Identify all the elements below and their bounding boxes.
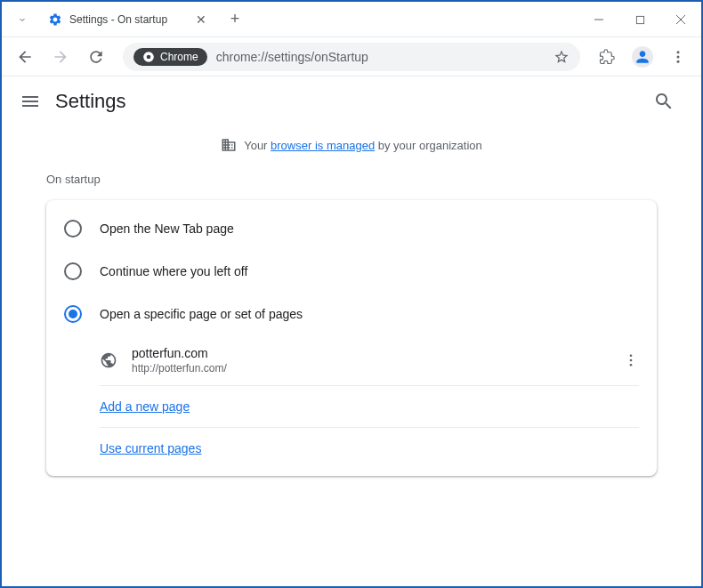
reload-button[interactable] (80, 41, 112, 73)
menu-button[interactable] (664, 43, 692, 71)
managed-prefix: Your (244, 139, 271, 152)
radio-label: Open the New Tab page (100, 222, 234, 236)
use-current-link[interactable]: Use current pages (100, 441, 201, 455)
radio-icon (64, 305, 82, 323)
managed-link[interactable]: browser is managed (271, 139, 375, 152)
address-bar[interactable]: Chrome chrome://settings/onStartup (123, 43, 580, 71)
search-icon (653, 91, 675, 112)
radio-label: Continue where you left off (100, 264, 247, 278)
section-title: On startup (46, 173, 657, 186)
svg-point-11 (630, 364, 633, 366)
chevron-down-icon (17, 14, 28, 25)
radio-label: Open a specific page or set of pages (100, 307, 303, 321)
url-text: chrome://settings/onStartup (216, 50, 554, 64)
globe-icon (100, 351, 117, 369)
on-startup-section: On startup Open the New Tab page Continu… (2, 164, 701, 485)
search-settings-button[interactable] (653, 91, 675, 112)
close-window-button[interactable] (660, 2, 701, 37)
content-area: Settings Your browser is managed by your… (2, 77, 701, 586)
tab-title: Settings - On startup (69, 13, 187, 26)
svg-point-6 (677, 51, 680, 53)
radio-icon (64, 262, 82, 280)
maximize-button[interactable] (619, 2, 660, 37)
title-bar: Settings - On startup ✕ + (2, 2, 701, 37)
more-vert-icon (623, 352, 639, 368)
toolbar: Chrome chrome://settings/onStartup (2, 37, 701, 77)
tab-close-button[interactable]: ✕ (194, 12, 208, 27)
startup-pages-list: potterfun.com http://potterfun.com/ Add … (100, 335, 639, 469)
tabs-dropdown[interactable] (9, 6, 36, 33)
svg-point-7 (677, 55, 680, 58)
new-tab-button[interactable]: + (222, 7, 247, 32)
page-more-button[interactable] (623, 352, 639, 368)
back-button[interactable] (9, 41, 41, 73)
page-title: Settings (55, 90, 653, 113)
managed-suffix: by your organization (375, 139, 482, 152)
svg-point-5 (147, 54, 151, 59)
radio-continue[interactable]: Continue where you left off (46, 250, 657, 293)
gear-icon (48, 12, 62, 27)
chrome-icon (142, 51, 155, 63)
bookmark-button[interactable] (554, 49, 570, 65)
add-page-link[interactable]: Add a new page (100, 399, 190, 414)
minimize-button[interactable] (578, 2, 619, 37)
startup-page-item: potterfun.com http://potterfun.com/ (100, 335, 639, 386)
startup-card: Open the New Tab page Continue where you… (46, 200, 657, 476)
settings-header: Settings (2, 77, 701, 126)
extensions-button[interactable] (593, 43, 621, 71)
svg-point-10 (630, 359, 633, 362)
radio-specific-pages[interactable]: Open a specific page or set of pages (46, 293, 657, 335)
radio-icon (64, 220, 82, 238)
page-text: potterfun.com http://potterfun.com/ (132, 346, 623, 375)
svg-rect-1 (636, 16, 643, 23)
hamburger-menu[interactable] (20, 91, 41, 112)
person-icon (634, 48, 651, 66)
add-page-row: Add a new page (100, 386, 639, 428)
building-icon (221, 137, 237, 153)
window-controls (578, 2, 701, 37)
page-domain: potterfun.com (132, 346, 623, 360)
radio-new-tab[interactable]: Open the New Tab page (46, 207, 657, 250)
chrome-chip-label: Chrome (160, 51, 198, 63)
use-current-row: Use current pages (100, 428, 639, 469)
managed-notice: Your browser is managed by your organiza… (2, 126, 701, 164)
page-url: http://potterfun.com/ (132, 362, 623, 375)
forward-button[interactable] (44, 41, 77, 73)
browser-tab[interactable]: Settings - On startup ✕ (39, 4, 217, 35)
chrome-chip: Chrome (133, 48, 207, 66)
svg-point-9 (630, 354, 633, 357)
svg-point-8 (677, 60, 680, 62)
profile-button[interactable] (628, 43, 657, 71)
